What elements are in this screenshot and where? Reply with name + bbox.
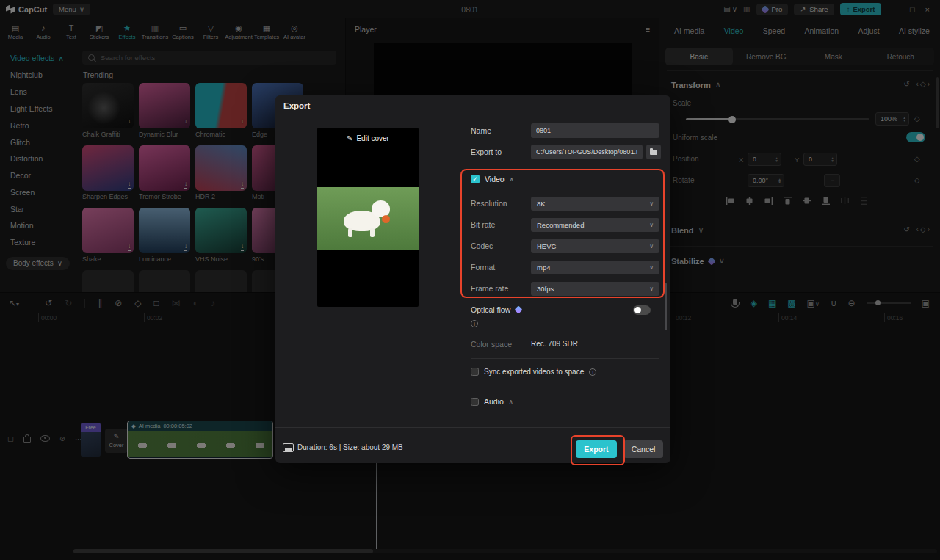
audio-checkbox[interactable] (471, 398, 479, 406)
dialog-title: Export (283, 101, 310, 110)
chevron-down-icon: ∨ (649, 264, 654, 271)
resolution-label: Resolution (471, 199, 507, 208)
chevron-up-icon: ∧ (510, 176, 514, 183)
video-section-toggle[interactable]: ✓ Video ∧ (471, 175, 514, 183)
framerate-select[interactable]: 30fps∨ (531, 282, 659, 296)
resolution-select[interactable]: 8K∨ (531, 197, 659, 211)
export-dialog: Export ✎ Edit cover Name Export to ✓ Vid… (275, 95, 670, 463)
chevron-down-icon: ∨ (649, 222, 654, 228)
sync-to-space-row[interactable]: Sync exported videos to space i (471, 368, 596, 376)
cover-image (317, 187, 419, 250)
info-icon: i (589, 368, 596, 376)
codec-label: Codec (471, 241, 493, 250)
format-select[interactable]: mp4∨ (531, 261, 659, 274)
color-space-value: Rec. 709 SDR (531, 340, 578, 348)
audio-section-toggle[interactable]: Audio ∧ (471, 397, 513, 406)
annotation-video-settings (460, 169, 665, 298)
export-path-input[interactable] (531, 145, 643, 159)
ball-image (382, 215, 390, 223)
optical-flow-row: Optical flow (471, 305, 521, 314)
pro-gem-icon (515, 305, 523, 313)
export-cover-preview[interactable]: ✎ Edit cover (317, 128, 419, 307)
bitrate-label: Bit rate (471, 220, 495, 229)
framerate-label: Frame rate (471, 284, 508, 293)
optical-flow-toggle[interactable] (633, 305, 651, 315)
info-icon: i (471, 320, 478, 327)
video-checkbox[interactable]: ✓ (471, 175, 480, 183)
duration-icon (283, 443, 294, 452)
chevron-down-icon: ∨ (649, 200, 654, 207)
name-input[interactable] (531, 123, 659, 138)
folder-icon (650, 150, 657, 155)
edit-cover-button[interactable]: ✎ Edit cover (317, 134, 419, 142)
cancel-button[interactable]: Cancel (623, 440, 663, 458)
capcut-app: CapCut Menu ∨ 0801 ▤∨ ▥ Pro ↗ Share ↑ Ex… (0, 0, 940, 560)
export-to-label: Export to (471, 148, 502, 156)
bitrate-select[interactable]: Recommended∨ (531, 218, 659, 232)
chevron-down-icon: ∨ (649, 243, 654, 250)
pencil-icon: ✎ (347, 134, 352, 142)
format-label: Format (471, 263, 495, 272)
export-confirm-button[interactable]: Export (576, 440, 617, 458)
export-summary: Duration: 6s | Size: about 29 MB (297, 443, 403, 451)
sync-checkbox[interactable] (471, 368, 479, 376)
chevron-up-icon: ∧ (509, 399, 513, 405)
color-space-label: Color space (471, 340, 512, 349)
optical-flow-label: Optical flow (471, 305, 510, 314)
dialog-scrollbar[interactable] (665, 283, 667, 330)
chevron-down-icon: ∨ (649, 286, 654, 292)
codec-select[interactable]: HEVC∨ (531, 239, 659, 253)
browse-folder-button[interactable] (646, 145, 661, 159)
name-label: Name (471, 126, 491, 135)
